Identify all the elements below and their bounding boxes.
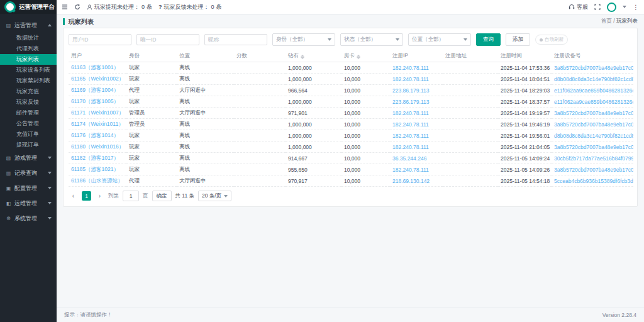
pagination-confirm-button[interactable]: 确定	[152, 191, 172, 201]
cell-user[interactable]: 61163（游客1001）	[69, 62, 126, 74]
column-header-钻石[interactable]: 钻石	[286, 50, 341, 62]
sidebar-group-系统管理[interactable]: ⚙系统管理	[0, 211, 57, 226]
cell-reg_ip[interactable]: 218.69.130.142	[390, 175, 443, 187]
cell-reg_device[interactable]: 3a8b5720cbd7007ba48e9eb17c078650	[552, 164, 633, 175]
cell-reg_device[interactable]: e11f062aa9cae859b0486281326e610a	[552, 85, 633, 96]
cell-reg_device[interactable]: d8b08d8c8da3c14e790bf82c1cd8bc9f1bd87b0a	[552, 130, 633, 142]
cell-room_cards: 10,000	[341, 142, 390, 153]
position-select[interactable]: 位置（全部）	[408, 33, 471, 46]
auto-refresh-toggle[interactable]: 自动刷新	[535, 35, 568, 45]
chevron-down-icon	[48, 217, 52, 219]
operations-icon: ▤	[6, 23, 11, 28]
cell-reg_device[interactable]: 30cb5f2b717da77ae516b84f07997238	[552, 153, 633, 164]
sidebar-item-邮件管理[interactable]: 邮件管理	[0, 108, 57, 118]
withdraw-notice[interactable]: 玩家提现未处理：0 条	[87, 3, 152, 11]
cell-diamonds: 1,000,000	[286, 119, 341, 130]
cell-reg_device[interactable]: d8b08d8c8da3c14e790bf82c1cd8bc9f1bd87b0a	[552, 74, 633, 85]
cell-user[interactable]: 61169（游客1004）	[69, 85, 126, 96]
cell-user[interactable]: 61174（Weixin1011）	[69, 119, 126, 130]
pagination-next-icon[interactable]: ›	[95, 191, 104, 201]
sidebar-group-记录查询[interactable]: ▥记录查询	[0, 165, 57, 180]
sidebar-group-运营管理[interactable]: ▤运营管理	[0, 18, 57, 33]
feedback-notice[interactable]: ? 玩家反馈未处理：0 条	[158, 3, 222, 11]
sidebar-item-公告管理[interactable]: 公告管理	[0, 118, 57, 129]
chevron-down-icon	[48, 172, 52, 174]
sort-icon[interactable]	[301, 55, 304, 59]
user-menu-caret-icon[interactable]	[623, 6, 626, 8]
cell-reg_ip[interactable]: 182.240.78.111	[390, 164, 443, 175]
cell-user[interactable]: 61176（游客1014）	[69, 130, 126, 142]
customer-service-button[interactable]: 客服	[569, 3, 588, 11]
cell-reg_ip[interactable]: 182.240.78.111	[390, 130, 443, 142]
cell-user[interactable]: 61185（游客1021）	[69, 164, 126, 175]
cell-user[interactable]: 61186（山水资源站）	[69, 175, 126, 187]
collapse-sidebar-icon[interactable]	[62, 4, 68, 10]
headset-icon	[569, 4, 575, 10]
sort-icon[interactable]	[357, 55, 360, 59]
add-button[interactable]: 添加	[506, 33, 530, 46]
cell-reg_time: 2025-11-04 19:19:57	[498, 108, 552, 119]
cell-user[interactable]: 61182（游客1017）	[69, 153, 126, 164]
cell-user[interactable]: 61180（Weixin1016）	[69, 142, 126, 153]
sidebar-item-玩家禁封列表[interactable]: 玩家禁封列表	[0, 75, 57, 86]
cell-user[interactable]: 61170（游客1005）	[69, 96, 126, 108]
cell-position: 离线	[177, 153, 234, 164]
question-icon: ?	[158, 4, 162, 10]
user-avatar[interactable]	[607, 3, 616, 12]
sidebar-item-玩家设备列表[interactable]: 玩家设备列表	[0, 65, 57, 75]
cell-reg_device[interactable]: e11f062aa9cae859b0486281326e610a	[552, 96, 633, 108]
sidebar-group-游戏管理[interactable]: ▧游戏管理	[0, 150, 57, 165]
more-menu-icon[interactable]: ⋮	[633, 4, 639, 11]
table-row: 61170（游客1005）玩家离线1,000,00010,000223.86.1…	[69, 96, 633, 108]
auto-refresh-label: 自动刷新	[545, 36, 564, 43]
nickname-input[interactable]	[204, 34, 267, 45]
cell-user[interactable]: 61171（Weixin1007）	[69, 108, 126, 119]
filter-bar: 身份（全部） 状态（全部） 位置（全部） 查询 添加 自动刷新	[69, 33, 632, 46]
sidebar-item-玩家列表[interactable]: 玩家列表	[0, 54, 57, 65]
footer-tip: 提示：请谨慎操作！	[64, 311, 113, 319]
cell-reg_ip[interactable]: 223.86.179.113	[390, 96, 443, 108]
refresh-icon[interactable]	[74, 4, 80, 10]
cell-identity: 玩家	[126, 153, 177, 164]
cell-score	[234, 108, 286, 119]
sidebar-item-数据统计[interactable]: 数据统计	[0, 33, 57, 43]
cell-reg_device[interactable]: 3a8b5720cbd7007ba48e9eb17c078650	[552, 108, 633, 119]
main-column: 玩家提现未处理：0 条 ? 玩家反馈未处理：0 条 客服 ⋮ 玩家列表	[57, 0, 644, 322]
page-size-select[interactable]: 20 条/页	[198, 191, 231, 201]
cell-reg_device[interactable]: 3a8b5720cbd7007ba48e9eb17c078650	[552, 62, 633, 74]
identity-select[interactable]: 身份（全部）	[272, 33, 335, 46]
cell-reg_ip[interactable]: 223.86.179.113	[390, 85, 443, 96]
sidebar-item-玩家充值[interactable]: 玩家充值	[0, 86, 57, 97]
cell-reg_device[interactable]: 5cceab4cb6b936b15389df6fcb3d8961	[552, 175, 633, 187]
user-id-input[interactable]	[69, 34, 131, 45]
cell-reg_device[interactable]: 3a8b5720cbd7007ba48e9eb17c078650	[552, 142, 633, 153]
sidebar-group-运维管理[interactable]: ◧运维管理	[0, 196, 57, 211]
unique-id-input[interactable]	[136, 34, 199, 45]
cell-reg_ip[interactable]: 182.240.78.111	[390, 74, 443, 85]
status-select[interactable]: 状态（全部）	[340, 33, 403, 46]
search-button[interactable]: 查询	[476, 33, 501, 46]
cell-reg_address	[443, 96, 498, 108]
cell-reg_ip[interactable]: 182.240.78.111	[390, 108, 443, 119]
cell-reg_ip[interactable]: 36.35.244.246	[390, 153, 443, 164]
cell-reg_ip[interactable]: 182.240.78.111	[390, 142, 443, 153]
sidebar-item-提现订单[interactable]: 提现订单	[0, 140, 57, 150]
breadcrumb-home[interactable]: 首页	[601, 18, 612, 24]
pagination-page-1[interactable]: 1	[82, 191, 91, 201]
customer-service-label: 客服	[577, 3, 588, 11]
column-header-房卡[interactable]: 房卡	[341, 50, 390, 62]
pagination-prev-icon[interactable]: ‹	[69, 191, 78, 201]
cell-score	[234, 62, 286, 74]
player-list-card: 身份（全部） 状态（全部） 位置（全部） 查询 添加 自动刷新 用户身份位置分数…	[63, 28, 638, 207]
sidebar-item-代理列表[interactable]: 代理列表	[0, 43, 57, 54]
pagination-goto-input[interactable]	[123, 191, 139, 201]
sidebar-group-配置管理[interactable]: ▣配置管理	[0, 180, 57, 196]
cell-reg_ip[interactable]: 182.240.78.111	[390, 119, 443, 130]
cell-user[interactable]: 61165（Weixin1002）	[69, 74, 126, 85]
sidebar-item-玩家反馈[interactable]: 玩家反馈	[0, 97, 57, 108]
sidebar-item-充值订单[interactable]: 充值订单	[0, 129, 57, 140]
cell-identity: 管理员	[126, 108, 177, 119]
cell-reg_ip[interactable]: 182.240.78.111	[390, 62, 443, 74]
cell-reg_device[interactable]: 3a8b5720cbd7007ba48e9eb17c078650	[552, 119, 633, 130]
fullscreen-icon[interactable]	[594, 4, 601, 10]
